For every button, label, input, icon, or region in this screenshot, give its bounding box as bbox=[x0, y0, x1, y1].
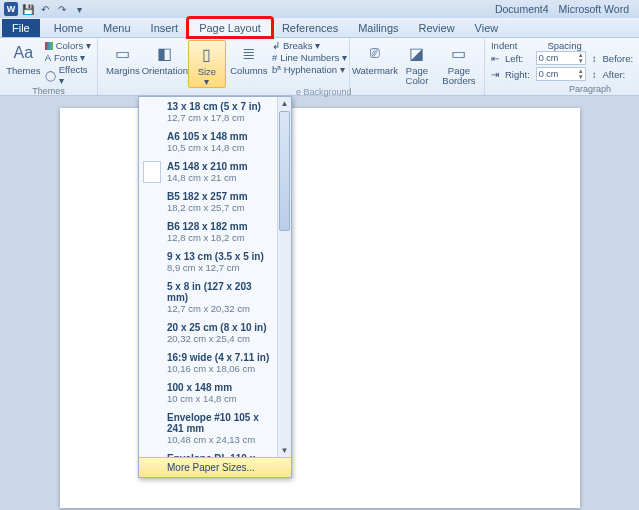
indent-label: Indent bbox=[491, 40, 517, 51]
spacing-before-icon: ↕ bbox=[592, 53, 597, 64]
page-background-label-clipped: e Background bbox=[296, 87, 352, 97]
size-button[interactable]: ▯Size▾ bbox=[188, 40, 226, 88]
hyphenation-icon: bª bbox=[272, 64, 281, 75]
tab-file[interactable]: File bbox=[2, 19, 40, 37]
page-color-button[interactable]: ◪Page Color bbox=[398, 40, 436, 86]
watermark-button[interactable]: ⎚Watermark bbox=[356, 40, 394, 86]
theme-fonts-button[interactable]: AFonts ▾ bbox=[45, 52, 91, 63]
columns-icon: ≣ bbox=[238, 42, 260, 64]
size-option[interactable]: 20 x 25 cm (8 x 10 in)20,32 cm x 25,4 cm bbox=[139, 318, 277, 348]
columns-button[interactable]: ≣Columns bbox=[230, 40, 268, 88]
size-option[interactable]: 9 x 13 cm (3.5 x 5 in)8,9 cm x 12,7 cm bbox=[139, 247, 277, 277]
size-option-title: A5 148 x 210 mm bbox=[167, 161, 271, 172]
indent-right-icon: ⇥ bbox=[491, 69, 499, 80]
size-option[interactable]: 5 x 8 in (127 x 203 mm)12,7 cm x 20,32 c… bbox=[139, 277, 277, 318]
size-option[interactable]: A6 105 x 148 mm10,5 cm x 14,8 cm bbox=[139, 127, 277, 157]
title-text: Document4 Microsoft Word bbox=[495, 3, 635, 15]
size-option-title: 16:9 wide (4 x 7.11 in) bbox=[167, 352, 271, 363]
margins-button[interactable]: ▭Margins bbox=[104, 40, 142, 88]
hyphenation-button[interactable]: bªHyphenation ▾ bbox=[272, 64, 347, 75]
tab-insert[interactable]: Insert bbox=[141, 19, 189, 37]
size-icon: ▯ bbox=[196, 43, 218, 65]
size-option-sub: 20,32 cm x 25,4 cm bbox=[167, 333, 271, 344]
dropdown-scrollbar[interactable]: ▲ ▼ bbox=[277, 97, 291, 457]
size-option[interactable]: 100 x 148 mm10 cm x 14,8 cm bbox=[139, 378, 277, 408]
tab-mailings[interactable]: Mailings bbox=[348, 19, 408, 37]
size-option-sub: 12,7 cm x 20,32 cm bbox=[167, 303, 271, 314]
breaks-icon: ↲ bbox=[272, 40, 280, 51]
size-option-title: B6 128 x 182 mm bbox=[167, 221, 271, 232]
page-thumb-icon bbox=[143, 161, 161, 183]
orientation-icon: ◧ bbox=[154, 42, 176, 64]
indent-left-input[interactable]: 0 cm▴▾ bbox=[536, 51, 586, 65]
size-option[interactable]: Envelope DL 110 x 220 mm11 cm x 22 cm bbox=[139, 449, 277, 457]
size-option[interactable]: B6 128 x 182 mm12,8 cm x 18,2 cm bbox=[139, 217, 277, 247]
scroll-thumb[interactable] bbox=[279, 111, 290, 231]
page-borders-icon: ▭ bbox=[448, 42, 470, 64]
size-option-title: 9 x 13 cm (3.5 x 5 in) bbox=[167, 251, 271, 262]
size-option-title: 13 x 18 cm (5 x 7 in) bbox=[167, 101, 271, 112]
line-numbers-icon: # bbox=[272, 52, 277, 63]
group-themes: Aa Themes Colors ▾ AFonts ▾ ◯Effects ▾ T… bbox=[0, 38, 98, 95]
spacing-label: Spacing bbox=[547, 40, 581, 51]
tab-page-layout[interactable]: Page Layout bbox=[188, 18, 272, 37]
size-option[interactable]: A5 148 x 210 mm14,8 cm x 21 cm bbox=[139, 157, 277, 187]
tab-review[interactable]: Review bbox=[409, 19, 465, 37]
size-option-title: Envelope DL 110 x 220 mm bbox=[167, 453, 271, 457]
size-option[interactable]: 16:9 wide (4 x 7.11 in)10,16 cm x 18,06 … bbox=[139, 348, 277, 378]
size-option-title: 20 x 25 cm (8 x 10 in) bbox=[167, 322, 271, 333]
indent-right-input[interactable]: 0 cm▴▾ bbox=[536, 67, 586, 81]
size-option-title: B5 182 x 257 mm bbox=[167, 191, 271, 202]
size-option-sub: 14,8 cm x 21 cm bbox=[167, 172, 271, 183]
tab-view[interactable]: View bbox=[465, 19, 509, 37]
word-app-icon[interactable]: W bbox=[4, 2, 18, 16]
theme-colors-button[interactable]: Colors ▾ bbox=[45, 40, 91, 51]
group-paragraph: Indent Spacing ⇤ Left: 0 cm▴▾ ↕ Before: … bbox=[485, 38, 639, 95]
size-option-sub: 10,16 cm x 18,06 cm bbox=[167, 363, 271, 374]
quick-access-toolbar: W 💾 ↶ ↷ ▾ bbox=[4, 2, 86, 16]
size-option[interactable]: B5 182 x 257 mm18,2 cm x 25,7 cm bbox=[139, 187, 277, 217]
size-option-title: Envelope #10 105 x 241 mm bbox=[167, 412, 271, 434]
size-option-sub: 18,2 cm x 25,7 cm bbox=[167, 202, 271, 213]
margins-icon: ▭ bbox=[112, 42, 134, 64]
undo-icon[interactable]: ↶ bbox=[38, 2, 52, 16]
size-option-sub: 10,48 cm x 24,13 cm bbox=[167, 434, 271, 445]
qat-custom-icon[interactable]: ▾ bbox=[72, 2, 86, 16]
page-color-icon: ◪ bbox=[406, 42, 428, 64]
indent-left-icon: ⇤ bbox=[491, 53, 499, 64]
breaks-button[interactable]: ↲Breaks ▾ bbox=[272, 40, 347, 51]
scroll-up-icon[interactable]: ▲ bbox=[278, 97, 291, 110]
more-paper-sizes-button[interactable]: More Paper Sizes... bbox=[139, 457, 291, 477]
document-name: Document4 bbox=[495, 3, 549, 15]
tab-menu[interactable]: Menu bbox=[93, 19, 141, 37]
size-option-title: 100 x 148 mm bbox=[167, 382, 271, 393]
size-option[interactable]: Envelope #10 105 x 241 mm10,48 cm x 24,1… bbox=[139, 408, 277, 449]
size-option-sub: 12,8 cm x 18,2 cm bbox=[167, 232, 271, 243]
size-option-title: A6 105 x 148 mm bbox=[167, 131, 271, 142]
tab-references[interactable]: References bbox=[272, 19, 348, 37]
size-dropdown-list: 13 x 18 cm (5 x 7 in)12,7 cm x 17,8 cmA6… bbox=[139, 97, 277, 457]
watermark-icon: ⎚ bbox=[364, 42, 386, 64]
themes-button[interactable]: Aa Themes bbox=[6, 40, 41, 86]
orientation-button[interactable]: ◧Orientation bbox=[146, 40, 184, 88]
size-option-sub: 12,7 cm x 17,8 cm bbox=[167, 112, 271, 123]
size-option-sub: 8,9 cm x 12,7 cm bbox=[167, 262, 271, 273]
size-option-sub: 10,5 cm x 14,8 cm bbox=[167, 142, 271, 153]
tab-home[interactable]: Home bbox=[44, 19, 93, 37]
save-icon[interactable]: 💾 bbox=[21, 2, 35, 16]
size-option-title: 5 x 8 in (127 x 203 mm) bbox=[167, 281, 271, 303]
spacing-after-icon: ↕ bbox=[592, 69, 597, 80]
title-bar: W 💾 ↶ ↷ ▾ Document4 Microsoft Word bbox=[0, 0, 639, 18]
theme-effects-button[interactable]: ◯Effects ▾ bbox=[45, 64, 91, 86]
group-label-paragraph: Paragraph bbox=[491, 84, 639, 95]
size-option[interactable]: 13 x 18 cm (5 x 7 in)12,7 cm x 17,8 cm bbox=[139, 97, 277, 127]
scroll-down-icon[interactable]: ▼ bbox=[278, 444, 291, 457]
redo-icon[interactable]: ↷ bbox=[55, 2, 69, 16]
effects-icon: ◯ bbox=[45, 70, 56, 81]
line-numbers-button[interactable]: #Line Numbers ▾ bbox=[272, 52, 347, 63]
ribbon-tabs: File Home Menu Insert Page Layout Refere… bbox=[0, 18, 639, 38]
group-page-background: ⎚Watermark ◪Page Color ▭Page Borders bbox=[350, 38, 485, 95]
page-borders-button[interactable]: ▭Page Borders bbox=[440, 40, 478, 86]
size-dropdown: 13 x 18 cm (5 x 7 in)12,7 cm x 17,8 cmA6… bbox=[138, 96, 292, 478]
workspace: e Background 13 x 18 cm (5 x 7 in)12,7 c… bbox=[0, 96, 639, 510]
